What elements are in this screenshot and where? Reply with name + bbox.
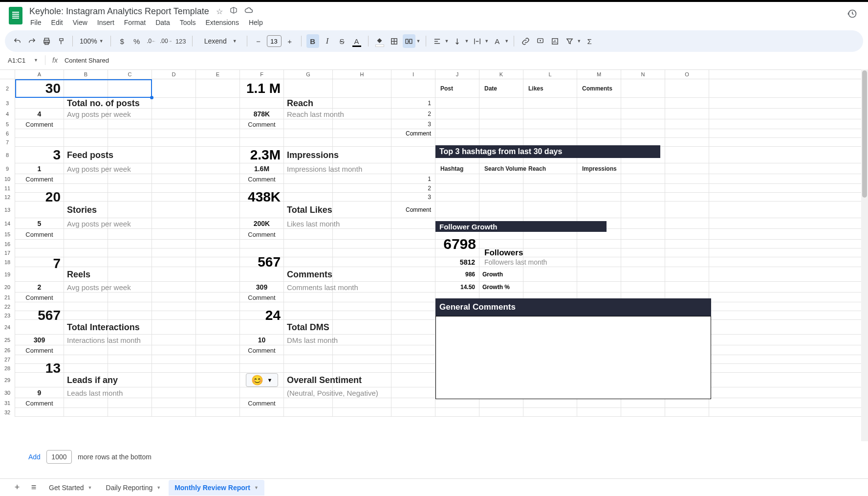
cell-K32[interactable]: [479, 408, 523, 417]
cell-H22[interactable]: [333, 302, 391, 311]
cell-O11[interactable]: [665, 184, 709, 193]
colhead-D[interactable]: D: [152, 70, 196, 79]
rowhead-19[interactable]: 19: [0, 267, 15, 282]
cell-A18[interactable]: 7: [15, 257, 64, 267]
cell-D23[interactable]: [152, 311, 196, 320]
cell-L13[interactable]: [523, 202, 577, 218]
cell-E26[interactable]: [196, 345, 240, 355]
cell-J18[interactable]: 5812: [435, 257, 479, 267]
cell-H19[interactable]: [333, 267, 391, 282]
cell-N10[interactable]: [621, 174, 665, 184]
number-format-button[interactable]: 123: [174, 34, 187, 48]
cell-F28[interactable]: [240, 364, 284, 373]
print-button[interactable]: [40, 34, 53, 48]
cell-E24[interactable]: [196, 320, 240, 335]
cell-M10[interactable]: [577, 174, 621, 184]
cell-E25[interactable]: [196, 335, 240, 345]
cell-D26[interactable]: [152, 345, 196, 355]
cell-I28[interactable]: [391, 364, 435, 373]
cell-C8[interactable]: [108, 147, 152, 163]
percent-button[interactable]: %: [130, 34, 143, 48]
cell-I18[interactable]: [391, 257, 435, 267]
menu-insert[interactable]: Insert: [97, 19, 114, 26]
cell-B3[interactable]: Total no. of posts: [64, 98, 108, 109]
cell-N11[interactable]: [621, 184, 665, 193]
cell-J4[interactable]: [435, 109, 479, 119]
cell-C20[interactable]: [108, 282, 152, 293]
cell-A6[interactable]: [15, 129, 64, 138]
cell-H5[interactable]: [333, 119, 391, 129]
halign-button[interactable]: [431, 34, 444, 48]
cell-L19[interactable]: [523, 267, 577, 282]
colhead-A[interactable]: A: [15, 70, 64, 79]
cell-N2[interactable]: [621, 79, 665, 98]
cell-I5[interactable]: 3: [391, 119, 435, 129]
cell-M9[interactable]: Impressions: [577, 163, 621, 174]
cell-A19[interactable]: [15, 267, 64, 282]
rowhead-23[interactable]: 23: [0, 311, 15, 320]
undo-button[interactable]: [11, 34, 23, 48]
cell-D8[interactable]: [152, 147, 196, 163]
cell-I12[interactable]: 3: [391, 193, 435, 202]
cell-M4[interactable]: [577, 109, 621, 119]
cell-I14[interactable]: [391, 218, 435, 229]
rotate-button[interactable]: A: [491, 34, 503, 48]
menu-edit[interactable]: Edit: [51, 19, 63, 26]
history-icon[interactable]: [843, 6, 862, 22]
cell-K5[interactable]: [479, 119, 523, 129]
cell-E7[interactable]: [196, 138, 240, 147]
cell-H6[interactable]: [333, 129, 391, 138]
cell-H9[interactable]: [333, 163, 391, 174]
cell-L9[interactable]: Reach: [523, 163, 577, 174]
cell-D20[interactable]: [152, 282, 196, 293]
colhead-O[interactable]: O: [665, 70, 709, 79]
cell-C9[interactable]: [108, 163, 152, 174]
cell-D18[interactable]: [152, 257, 196, 267]
cell-E27[interactable]: [196, 355, 240, 364]
cell-B21[interactable]: [64, 293, 108, 302]
cell-G21[interactable]: [284, 293, 333, 302]
cell-H3[interactable]: [333, 98, 391, 109]
cell-A16[interactable]: [15, 240, 64, 248]
rowhead-3[interactable]: 3: [0, 98, 15, 109]
cell-H24[interactable]: [333, 320, 391, 335]
cell-C23[interactable]: [108, 311, 152, 320]
tab-monthly-review[interactable]: Monthly Review Report▼: [169, 480, 264, 496]
cell-H27[interactable]: [333, 355, 391, 364]
cell-A23[interactable]: 567: [15, 311, 64, 320]
formula-bar[interactable]: Content Shared: [65, 57, 109, 64]
cell-I11[interactable]: 2: [391, 184, 435, 193]
cell-O12[interactable]: [665, 193, 709, 202]
add-rows-button[interactable]: Add: [28, 453, 41, 461]
cell-D28[interactable]: [152, 364, 196, 373]
cell-A14[interactable]: 5: [15, 218, 64, 229]
cell-I19[interactable]: [391, 267, 435, 282]
cell-M20[interactable]: [577, 282, 621, 293]
functions-button[interactable]: Σ: [583, 34, 596, 48]
cell-F4[interactable]: 878K: [240, 109, 284, 119]
cell-G19[interactable]: Comments: [284, 267, 333, 282]
rowhead-20[interactable]: 20: [0, 282, 15, 293]
cell-A29[interactable]: [15, 373, 64, 387]
cell-B5[interactable]: [64, 119, 108, 129]
cell-G27[interactable]: [284, 355, 333, 364]
cell-F27[interactable]: [240, 355, 284, 364]
cell-E8[interactable]: [196, 147, 240, 163]
cell-M6[interactable]: [577, 129, 621, 138]
bold-button[interactable]: B: [306, 34, 319, 48]
cell-K2[interactable]: Date: [479, 79, 523, 98]
font-size-decrease[interactable]: −: [252, 34, 265, 48]
redo-button[interactable]: [25, 34, 38, 48]
rowhead-21[interactable]: 21: [0, 293, 15, 302]
rowhead-27[interactable]: 27: [0, 355, 15, 364]
cell-G8[interactable]: Impressions: [284, 147, 333, 163]
italic-button[interactable]: I: [321, 34, 334, 48]
cell-D13[interactable]: [152, 202, 196, 218]
cell-J17[interactable]: [435, 248, 479, 257]
cell-G11[interactable]: [284, 184, 333, 193]
cell-F25[interactable]: 10: [240, 335, 284, 345]
cell-K19[interactable]: Growth: [479, 267, 523, 282]
cell-I22[interactable]: [391, 302, 435, 311]
cell-K11[interactable]: [479, 184, 523, 193]
cell-G30[interactable]: (Neutral, Positive, Negative): [284, 387, 333, 398]
